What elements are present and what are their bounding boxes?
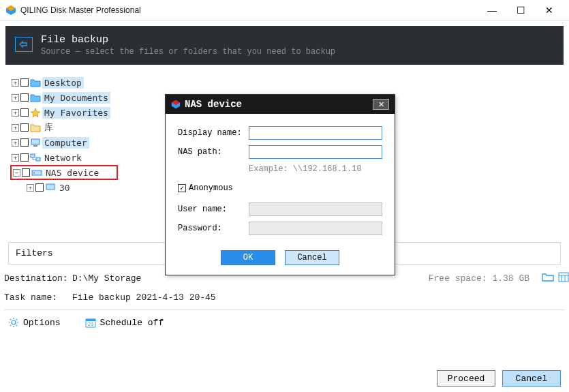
tree-label: Network — [42, 152, 84, 164]
proceed-button[interactable]: Proceed — [437, 370, 495, 387]
svg-rect-10 — [559, 273, 568, 282]
destination-label: Destination: — [4, 273, 72, 284]
svg-point-14 — [12, 320, 16, 325]
tree-checkbox[interactable] — [20, 93, 29, 102]
tree-label: NAS device — [44, 167, 101, 179]
tree-label: 库 — [42, 121, 55, 134]
star-icon — [30, 108, 41, 117]
tree-checkbox[interactable] — [22, 168, 30, 177]
calendar-icon[interactable] — [558, 271, 569, 286]
close-button[interactable]: ✕ — [535, 2, 564, 18]
dialog-titlebar: NAS device ✕ — [166, 95, 395, 114]
free-space: Free space: 1.38 GB — [429, 273, 529, 284]
dialog-ok-button[interactable]: OK — [221, 250, 275, 265]
nas-path-label: NAS path: — [178, 147, 249, 157]
taskname-row: Task name: File backup 2021-4-13 20-45 — [4, 292, 569, 303]
anonymous-checkbox[interactable]: ✓ Anonymous — [178, 183, 382, 193]
options-label: Options — [23, 318, 61, 328]
svg-rect-5 — [31, 154, 35, 157]
schedule-button[interactable]: 23 Schedule off — [85, 317, 164, 328]
computer-icon — [30, 138, 41, 147]
taskname-value: File backup 2021-4-13 20-45 — [72, 292, 216, 303]
username-input — [249, 202, 382, 216]
window-title: QILING Disk Master Professional — [20, 5, 478, 15]
username-label: User name: — [178, 205, 249, 214]
tree-label: My Documents — [42, 92, 110, 104]
folder-icon — [30, 78, 41, 87]
nas-icon — [31, 168, 42, 177]
app-logo-icon — [5, 5, 16, 16]
tree-label: Computer — [42, 137, 89, 149]
tree-label: 30 — [57, 182, 72, 194]
tree-checkbox[interactable] — [20, 153, 29, 162]
svg-rect-9 — [46, 184, 55, 190]
dialog-cancel-button[interactable]: Cancel — [285, 250, 339, 265]
expand-icon[interactable]: + — [12, 139, 19, 147]
footer-buttons: Proceed Cancel — [437, 370, 561, 387]
dialog-title: NAS device — [185, 99, 373, 110]
tree-checkbox[interactable] — [35, 183, 44, 192]
options-button[interactable]: Options — [8, 317, 61, 328]
window-titlebar: QILING Disk Master Professional ― ☐ ✕ — [0, 0, 569, 20]
password-input — [249, 222, 382, 235]
schedule-label: Schedule off — [100, 318, 164, 328]
tree-item-nas-device[interactable]: − NAS device — [10, 165, 118, 180]
options-bar: Options 23 Schedule off — [4, 310, 565, 335]
folder-icon — [30, 93, 41, 102]
page-header: File backup Source — select the files or… — [5, 26, 564, 65]
page-title: File backup — [41, 34, 335, 46]
tree-item-desktop[interactable]: + Desktop — [10, 75, 559, 90]
display-name-label: Display name: — [178, 128, 249, 138]
maximize-button[interactable]: ☐ — [506, 2, 535, 18]
filters-label: Filters — [16, 248, 53, 258]
expand-icon[interactable]: + — [27, 184, 34, 192]
tree-checkbox[interactable] — [20, 123, 29, 132]
expand-icon[interactable]: + — [12, 109, 19, 117]
backup-header-icon — [15, 37, 33, 52]
expand-icon[interactable]: + — [12, 79, 19, 87]
folder-icon — [30, 123, 41, 132]
schedule-icon: 23 — [85, 317, 96, 328]
tree-checkbox[interactable] — [20, 78, 29, 87]
expand-icon[interactable]: + — [12, 154, 19, 162]
display-name-input[interactable] — [249, 126, 382, 140]
destination-value: D:\My Storage — [72, 273, 141, 284]
nas-path-example: Example: \\192.168.1.10 — [249, 164, 382, 174]
taskname-label: Task name: — [4, 292, 72, 303]
svg-marker-2 — [31, 108, 40, 117]
browse-folder-icon[interactable] — [542, 272, 554, 285]
cancel-button[interactable]: Cancel — [502, 370, 561, 387]
svg-point-8 — [33, 172, 35, 174]
dialog-close-button[interactable]: ✕ — [373, 99, 389, 110]
tree-label: Desktop — [42, 77, 84, 89]
anonymous-label: Anonymous — [189, 183, 233, 193]
tree-checkbox[interactable] — [20, 138, 29, 147]
expand-icon[interactable]: + — [12, 94, 19, 102]
page-subtitle: Source — select the files or folders tha… — [41, 47, 335, 57]
tree-label: My Favorites — [42, 107, 110, 119]
network-icon — [30, 153, 41, 162]
svg-rect-3 — [31, 139, 40, 145]
dialog-logo-icon — [171, 100, 181, 109]
checkbox-icon: ✓ — [178, 184, 186, 192]
collapse-icon[interactable]: − — [13, 169, 20, 177]
password-label: Password: — [178, 224, 249, 233]
svg-rect-16 — [86, 319, 95, 321]
nas-path-input[interactable] — [249, 145, 382, 159]
gear-icon — [8, 317, 19, 328]
monitor-icon — [45, 183, 56, 192]
nas-device-dialog: NAS device ✕ Display name: NAS path: Exa… — [165, 94, 395, 275]
svg-rect-4 — [33, 145, 37, 147]
expand-icon[interactable]: + — [12, 124, 19, 132]
svg-text:23: 23 — [87, 322, 93, 327]
minimize-button[interactable]: ― — [478, 2, 506, 18]
svg-rect-6 — [36, 157, 40, 161]
tree-checkbox[interactable] — [20, 108, 29, 117]
